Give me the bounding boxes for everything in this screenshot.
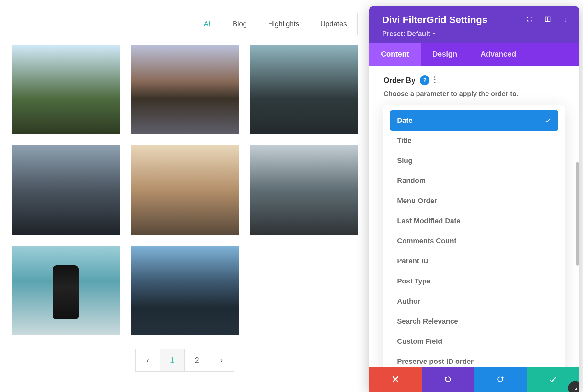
filter-tab-all[interactable]: All: [193, 13, 222, 35]
redo-button[interactable]: [474, 367, 527, 392]
order-by-option-menu-order[interactable]: Menu Order: [390, 191, 558, 211]
order-by-option-last-modified[interactable]: Last Modified Date: [390, 211, 558, 231]
pagination-prev[interactable]: ‹: [135, 349, 160, 372]
redo-icon: [496, 375, 505, 384]
panel-tabs: Content Design Advanced: [369, 43, 579, 66]
help-icon[interactable]: ?: [420, 75, 429, 85]
order-by-option-preserve-id[interactable]: Preserve post ID order: [390, 352, 558, 367]
preset-label: Preset: Default: [382, 30, 430, 38]
order-by-section: Order By ? Choose a parameter to apply t…: [369, 66, 579, 98]
order-by-option-slug[interactable]: Slug: [390, 151, 558, 171]
pagination-page-2[interactable]: 2: [185, 349, 209, 372]
chevron-down-icon: [432, 32, 436, 36]
panel-header: Divi FilterGrid Settings Preset: Default: [369, 6, 579, 43]
layout-icon[interactable]: [544, 16, 551, 24]
undo-icon: [443, 375, 453, 384]
tab-advanced[interactable]: Advanced: [469, 43, 528, 66]
order-by-label: Order By: [383, 76, 415, 85]
order-by-dropdown: Date Title Slug Random Menu Order Last M…: [383, 105, 565, 367]
kebab-icon[interactable]: [562, 16, 569, 24]
field-options-icon[interactable]: [434, 76, 436, 84]
order-by-option-title[interactable]: Title: [390, 131, 558, 151]
preset-selector[interactable]: Preset: Default: [382, 30, 569, 38]
order-by-option-comments-count[interactable]: Comments Count: [390, 231, 558, 251]
svg-point-3: [434, 76, 436, 78]
filter-tab-blog[interactable]: Blog: [222, 13, 257, 35]
grid-item[interactable]: [131, 45, 238, 134]
filter-tab-updates[interactable]: Updates: [310, 13, 358, 35]
svg-point-4: [434, 79, 436, 80]
pagination-next[interactable]: ›: [209, 349, 234, 372]
svg-point-1: [565, 18, 566, 20]
filter-tabs: All Blog Highlights Updates: [12, 13, 358, 35]
grid-item[interactable]: [12, 145, 120, 235]
order-by-option-custom-field[interactable]: Custom Field: [390, 331, 558, 352]
close-icon: [391, 375, 400, 384]
order-by-option-post-type[interactable]: Post Type: [390, 271, 558, 291]
cancel-button[interactable]: [369, 367, 422, 392]
panel-body: Order By ? Choose a parameter to apply t…: [369, 66, 579, 367]
filter-tab-highlights[interactable]: Highlights: [257, 13, 310, 35]
grid-item[interactable]: [12, 45, 120, 134]
order-by-description: Choose a parameter to apply the order to…: [383, 90, 565, 98]
option-label: Date: [397, 116, 413, 125]
svg-point-2: [565, 21, 566, 22]
preview-area: All Blog Highlights Updates ‹ 1 2 ›: [0, 0, 369, 392]
order-by-option-search-relevance[interactable]: Search Relevance: [390, 311, 558, 331]
panel-title: Divi FilterGrid Settings: [382, 14, 487, 25]
pagination-page-1[interactable]: 1: [160, 349, 185, 372]
grid-item[interactable]: [131, 246, 238, 335]
svg-point-0: [565, 17, 566, 18]
undo-button[interactable]: [422, 367, 474, 392]
check-icon: [544, 117, 551, 124]
image-grid: [12, 45, 358, 335]
tab-content[interactable]: Content: [369, 43, 421, 66]
grid-item[interactable]: [250, 45, 358, 134]
check-icon: [548, 375, 558, 384]
grid-item[interactable]: [12, 246, 120, 335]
grid-item[interactable]: [250, 145, 358, 235]
settings-panel: Divi FilterGrid Settings Preset: Default…: [369, 6, 579, 392]
order-by-option-author[interactable]: Author: [390, 291, 558, 311]
order-by-option-parent-id[interactable]: Parent ID: [390, 251, 558, 271]
order-by-option-random[interactable]: Random: [390, 171, 558, 191]
resize-icon: [572, 385, 578, 391]
order-by-option-date[interactable]: Date: [390, 110, 558, 131]
svg-point-5: [434, 82, 436, 83]
grid-item[interactable]: [131, 145, 238, 235]
tab-design[interactable]: Design: [421, 43, 469, 66]
expand-icon[interactable]: [526, 16, 533, 24]
panel-footer: [369, 367, 579, 392]
pagination: ‹ 1 2 ›: [12, 349, 358, 372]
